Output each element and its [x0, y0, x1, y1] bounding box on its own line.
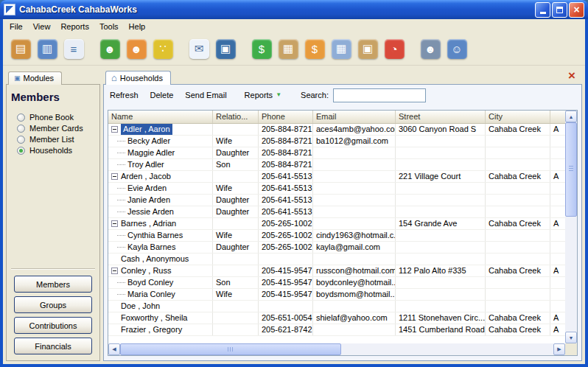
cell-city: Cahaba Creek: [486, 171, 550, 182]
cell-name: Cynthia Barnes: [108, 230, 213, 241]
table-row[interactable]: Boyd ConleySon205-415-9547boydconley@hot…: [108, 277, 565, 289]
horizontal-scroll-thumb[interactable]: [120, 343, 341, 355]
minimize-button[interactable]: [535, 2, 550, 18]
maximize-button[interactable]: [552, 2, 567, 18]
cell-name: Conley , Russ: [108, 265, 213, 276]
table-row[interactable]: Becky AdlerWife205-884-8721ba1012@gmail.…: [108, 136, 565, 147]
visitors-button[interactable]: ☻: [123, 35, 150, 62]
table-row[interactable]: Frazier , Gregory205-621-87421451 Cumber…: [108, 324, 565, 336]
tree-collapse-icon[interactable]: [111, 220, 118, 227]
column-header-city[interactable]: City: [486, 111, 550, 123]
sidebar-button-groups[interactable]: Groups: [14, 296, 92, 313]
sidebar-button-contributions[interactable]: Contributions: [14, 317, 92, 334]
table-row[interactable]: Barnes , Adrian205-265-1002154 Grande Av…: [108, 218, 565, 230]
menu-item-file[interactable]: File: [4, 21, 28, 32]
column-header-state[interactable]: [550, 111, 565, 123]
tab-modules[interactable]: ▣ Modules: [8, 71, 62, 85]
module-option-households[interactable]: Households: [17, 146, 97, 155]
people-pair-button[interactable]: ☻: [417, 35, 444, 62]
table-row[interactable]: Evie ArdenWife205-641-5513: [108, 183, 565, 195]
vertical-scrollbar[interactable]: ▲ ▼: [565, 111, 577, 343]
tree-collapse-icon[interactable]: [111, 173, 118, 180]
menu-item-help[interactable]: Help: [124, 21, 151, 32]
reminders-button[interactable]: ◔: [381, 35, 407, 62]
table-row[interactable]: Cash , Anonymous: [108, 254, 565, 265]
households-panel: Refresh Delete Send Email Reports ▼ Sear…: [103, 84, 582, 361]
column-header-relationship[interactable]: Relatio...: [213, 111, 259, 123]
table-row[interactable]: Janie ArdenDaughter205-641-5513: [108, 195, 565, 206]
search-input[interactable]: [333, 88, 426, 102]
cell-phone: 205-641-5513: [259, 206, 313, 217]
scroll-left-button[interactable]: ◀: [108, 343, 120, 355]
roles-button[interactable]: ☺: [444, 35, 470, 62]
phone-book-button[interactable]: ▤: [7, 35, 34, 62]
table-row[interactable]: Conley , Russ205-415-9547russcon@hotmail…: [108, 265, 565, 277]
cell-city: Cahaba Creek: [486, 324, 550, 335]
menu-item-view[interactable]: View: [28, 21, 56, 32]
name-text: Foxworthy , Sheila: [121, 312, 187, 324]
grid-header: NameRelatio...PhoneEmailStreetCity: [108, 111, 565, 124]
column-header-name[interactable]: Name: [108, 111, 213, 123]
roles-icon: ☺: [447, 39, 467, 59]
name-text: Maria Conley: [127, 289, 175, 300]
reports-dropdown[interactable]: Reports ▼: [245, 91, 281, 99]
tree-collapse-icon[interactable]: [111, 268, 118, 274]
scroll-right-button[interactable]: ▶: [553, 343, 565, 355]
menu-item-tools[interactable]: Tools: [94, 21, 124, 32]
attendance-button[interactable]: ∵: [150, 35, 176, 62]
reports-grid-button[interactable]: ▦: [328, 35, 354, 62]
scroll-up-button[interactable]: ▲: [565, 111, 577, 122]
table-row[interactable]: Maria ConleyWife205-415-9547boydsmom@hot…: [108, 289, 565, 301]
column-header-street[interactable]: Street: [396, 111, 486, 123]
member-list-button[interactable]: ≡: [60, 35, 87, 62]
table-row[interactable]: Cynthia BarnesWife205-265-1002cindy1963@…: [108, 230, 565, 242]
table-row[interactable]: Jessie ArdenDaughter205-641-5513: [108, 206, 565, 218]
cell-relationship: Son: [213, 277, 259, 288]
sidebar-button-financials[interactable]: Financials: [14, 338, 92, 354]
sidebar-button-members[interactable]: Members: [14, 276, 92, 293]
tree-collapse-icon[interactable]: [111, 126, 118, 133]
members-button[interactable]: ☻: [97, 35, 123, 62]
column-header-phone[interactable]: Phone: [259, 111, 313, 123]
mailbox-button[interactable]: ▣: [212, 35, 239, 62]
tab-households[interactable]: ⌂ Households: [105, 71, 171, 85]
table-row[interactable]: Foxworthy , Sheila205-651-0054shielaf@ya…: [108, 312, 565, 324]
inventory-button[interactable]: ▣: [354, 35, 381, 62]
table-row[interactable]: Kayla BarnesDaughter205-265-1002kayla@gm…: [108, 242, 565, 254]
column-header-email[interactable]: Email: [313, 111, 396, 123]
module-option-label: Member List: [29, 135, 74, 144]
module-option-member-list[interactable]: Member List: [17, 135, 97, 144]
module-option-phone-book[interactable]: Phone Book: [17, 113, 97, 122]
menu-item-reports[interactable]: Reports: [55, 21, 94, 32]
table-row[interactable]: Troy AdlerSon205-884-8721: [108, 159, 565, 171]
contributions-button[interactable]: $: [248, 35, 275, 62]
refresh-button[interactable]: Refresh: [110, 91, 139, 99]
horizontal-scrollbar[interactable]: ◀ ▶: [108, 343, 565, 355]
table-row[interactable]: Arden , Jacob205-641-5513221 Village Cou…: [108, 171, 565, 183]
close-button[interactable]: ×: [569, 2, 584, 18]
gifts-button[interactable]: ▦: [275, 35, 301, 62]
delete-button[interactable]: Delete: [150, 91, 174, 99]
cell-street: [396, 159, 486, 170]
window-title: CahabaCreek CahabaWorks: [19, 4, 137, 15]
cell-name: Troy Adler: [108, 159, 213, 170]
module-option-member-cards[interactable]: Member Cards: [17, 124, 97, 133]
table-row[interactable]: Doe , John: [108, 301, 565, 312]
cell-email: kayla@gmail.com: [313, 242, 396, 253]
tab-close-button[interactable]: ×: [568, 69, 575, 82]
table-row[interactable]: Maggie AdlerDaughter205-884-8721: [108, 147, 565, 159]
send-email-button[interactable]: Send Email: [185, 91, 226, 99]
house-icon: ⌂: [111, 73, 117, 83]
grid-viewport: NameRelatio...PhoneEmailStreetCity Adler…: [108, 111, 565, 343]
cell-city: [486, 147, 550, 158]
vertical-scroll-thumb[interactable]: [565, 122, 577, 217]
send-email-button[interactable]: ✉: [186, 35, 212, 62]
cell-name: Jessie Arden: [108, 206, 213, 217]
deposits-button[interactable]: $: [301, 35, 328, 62]
member-cards-button[interactable]: ▥: [34, 35, 60, 62]
table-row[interactable]: Adler , Aaron205-884-8721aces4amb@yahoo.…: [108, 124, 565, 136]
cell-street: [396, 183, 486, 194]
cell-state: [550, 277, 565, 288]
cell-city: Cahaba Creek: [486, 265, 550, 276]
scroll-down-button[interactable]: ▼: [565, 332, 577, 343]
